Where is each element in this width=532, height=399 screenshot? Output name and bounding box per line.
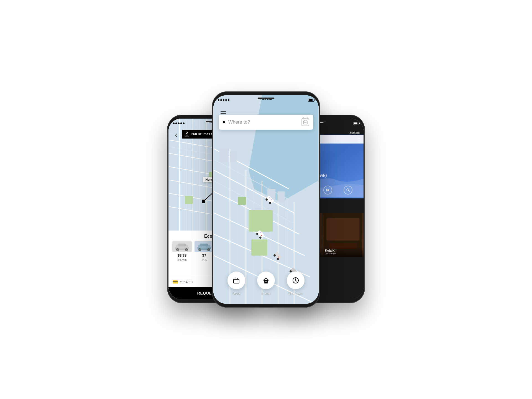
sig-4 [225,99,227,101]
skip-button[interactable] [323,186,332,195]
dock-label-gym: Zinc Gym [288,291,303,295]
restaurant-cuisine: Japanese [325,252,361,255]
search-music-icon [346,188,350,192]
search-placeholder: Where to? [228,119,301,125]
battery-center [308,99,314,102]
center-dock: Work Home [213,272,319,295]
dock-label-home: Home [262,291,270,295]
ham-line-2 [221,113,226,114]
dock-item-work[interactable]: Work [227,272,245,295]
battery-icon-center [308,99,314,102]
battery-fill-right [354,122,357,124]
clock-icon [292,277,300,284]
sig-1 [218,99,219,101]
search-bar[interactable]: Where to? [219,115,313,130]
calendar-svg [303,120,308,124]
svg-rect-32 [200,244,208,246]
home-icon [262,277,270,284]
time2-right: 8:05am [349,131,360,134]
dock-circle-work [227,272,245,289]
food-label-koja: Koja Ki Japanese [322,247,364,257]
svg-line-99 [349,191,350,192]
center-map: 7:56 AM Where to? [213,95,319,304]
svg-marker-97 [328,189,329,191]
svg-point-36 [208,249,209,250]
screen-center: 7:56 AM Where to? [213,95,319,304]
eta-label: MIN [185,135,189,137]
status-bar-center: 7:56 AM [213,95,319,103]
signal-dot-4 [180,122,182,124]
ride-time-1: 8:12am [177,259,186,262]
battery-icon-right [353,122,359,125]
ride-image-2 [195,241,214,252]
car-svg-1 [174,242,190,251]
dock-circle-home [257,272,275,289]
svg-rect-83 [304,122,305,123]
svg-rect-86 [234,279,239,283]
ham-line-1 [221,111,226,112]
search-dot [223,121,225,123]
svg-point-28 [177,249,178,250]
dock-item-gym[interactable]: Zinc Gym [287,272,305,295]
svg-rect-56 [251,240,267,256]
dock-item-home[interactable]: Home [257,272,275,295]
battery-fill-center [309,99,313,101]
signal-dot-5 [183,122,185,124]
ride-image-1 [172,241,192,252]
svg-rect-57 [238,197,246,205]
svg-rect-55 [249,210,273,232]
svg-point-35 [199,249,201,250]
svg-rect-25 [178,244,186,246]
calendar-icon[interactable] [301,118,309,126]
ride-time-2: 8:05 [201,259,207,262]
food-image-koja[interactable]: Koja Ki Japanese [322,213,364,257]
sig-5 [228,99,229,101]
phones-container: 7:56 AM [141,33,391,366]
ride-price-1: $3.33 [178,253,187,257]
restaurant-name: Koja Ki [325,249,336,252]
signal-dot-2 [175,122,177,124]
svg-rect-61 [278,191,285,202]
svg-rect-89 [265,282,267,283]
signal-dot-1 [173,122,175,124]
svg-rect-84 [305,122,306,123]
dock-label-work: Work [232,291,240,295]
svg-line-92 [296,280,297,281]
svg-point-98 [347,189,349,191]
skip-icon [326,188,330,192]
speaker-center [258,98,274,99]
car-svg-2 [196,242,213,251]
payment-text: •••• 4321 [180,280,193,284]
svg-rect-107 [326,218,359,241]
signal-dots-left [173,122,185,124]
sig-3 [223,99,224,101]
phone-center: 7:56 AM Where to? [212,91,320,308]
svg-rect-20 [185,196,193,204]
eta-number: 2 [186,131,188,135]
svg-point-29 [186,249,187,250]
svg-rect-59 [230,151,237,162]
back-icon [174,133,178,137]
ride-price-2: $7 [202,253,206,257]
battery-right [353,122,359,125]
ride-card-2[interactable]: $7 8:05 [195,241,214,262]
card-icon: 💳 [172,279,178,285]
ride-card-1[interactable]: $3.33 8:12am [172,241,192,262]
svg-rect-85 [306,122,306,123]
sig-2 [220,99,222,101]
svg-rect-58 [219,149,229,162]
briefcase-icon [232,277,240,284]
svg-rect-22 [202,200,205,203]
eta-block: 2 MIN [185,131,189,137]
signal-center [218,99,229,101]
back-button[interactable] [172,131,180,139]
dock-circle-gym [287,272,305,289]
search-music-button[interactable] [344,186,352,195]
address-text: 260 Drumes St [191,132,214,136]
signal-dot-3 [178,122,180,124]
